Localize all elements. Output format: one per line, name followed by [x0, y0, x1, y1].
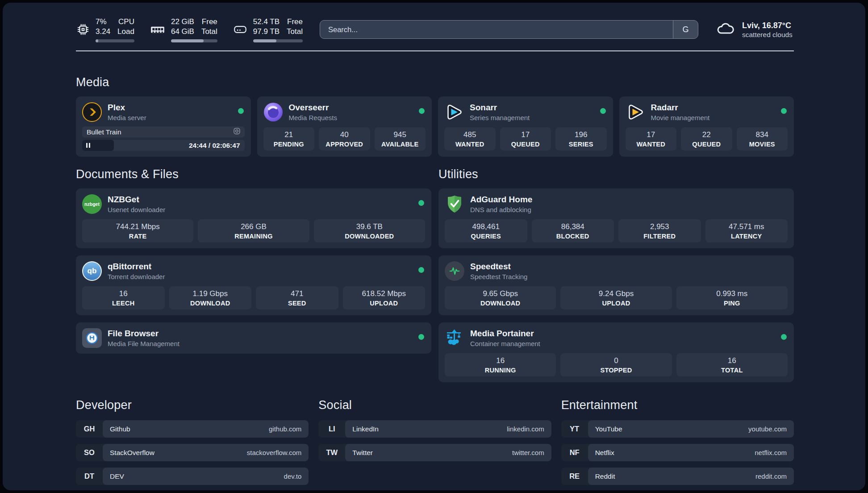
qbittorrent-logo: qb — [82, 261, 102, 281]
system-stats: 7% 3.24 CPU Load — [76, 17, 303, 42]
app-desc: Speedtest Tracking — [470, 273, 527, 280]
cloud-icon — [715, 20, 736, 39]
ram-total-value: 64 GiB — [171, 27, 194, 37]
cpu-usage-label: CPU — [117, 17, 134, 27]
bookmark-linkedin[interactable]: LI LinkedIn linkedin.com — [318, 420, 551, 438]
bookmark-twitter[interactable]: TW Twitter twitter.com — [318, 444, 551, 461]
section-title-entertainment: Entertainment — [561, 398, 794, 412]
bookmark-name: Twitter — [352, 449, 373, 457]
now-playing-title-row: Bullet Train — [82, 126, 245, 138]
bookmark-abbr: GH — [76, 420, 103, 438]
section-title-media: Media — [76, 75, 794, 89]
bookmark-url: stackoverflow.com — [247, 449, 302, 456]
app-desc: Media server — [108, 114, 146, 121]
stat-wanted: 485 WANTED — [444, 127, 496, 150]
bookmark-url: reddit.com — [755, 472, 787, 480]
app-name: Overseerr — [289, 103, 337, 113]
radarr-card[interactable]: Radarr Movie management 17 WANTED 22 QUE… — [619, 96, 794, 157]
stat-queued: 22 QUEUED — [681, 127, 732, 150]
bookmark-dev[interactable]: DT DEV dev.to — [76, 468, 309, 485]
entertainment-section: Entertainment YT YouTube youtube.com NF … — [561, 398, 794, 491]
bookmark-abbr: NF — [561, 444, 588, 461]
cpu-load-label: Load — [117, 27, 134, 37]
developer-section: Developer GH Github github.com SO StackO… — [76, 398, 309, 491]
bookmark-name: Netflix — [595, 449, 614, 457]
stat-queries: 498,461 QUERIES — [445, 219, 527, 242]
stat-download: 1.19 Gbps DOWNLOAD — [169, 286, 252, 309]
stat-upload: 618.52 Mbps UPLOAD — [343, 286, 426, 309]
ram-progress-bar — [171, 39, 217, 42]
stat-blocked: 86,384 BLOCKED — [532, 219, 614, 242]
app-name: Radarr — [651, 103, 710, 113]
qbittorrent-card[interactable]: qb qBittorrent Torrent downloader 16 LEE… — [76, 255, 431, 315]
status-dot — [238, 108, 244, 114]
app-name: Speedtest — [470, 262, 527, 272]
ram-total-label: Total — [201, 27, 217, 37]
bookmark-netflix[interactable]: NF Netflix netflix.com — [561, 444, 794, 461]
app-name: Media Portainer — [470, 329, 540, 338]
section-title-documents: Documents & Files — [76, 167, 431, 181]
status-dot — [781, 108, 787, 114]
bookmark-reddit[interactable]: RE Reddit reddit.com — [561, 468, 794, 485]
cpu-progress-bar — [96, 39, 134, 42]
utilities-column: Utilities AdGuard Home DNS and adblockin… — [438, 167, 794, 382]
filebrowser-card[interactable]: File Browser Media File Management — [76, 322, 431, 354]
stat-total: 16 TOTAL — [676, 353, 788, 376]
app-desc: Media Requests — [289, 114, 337, 121]
app-desc: Container management — [470, 340, 540, 347]
app-desc: DNS and adblocking — [470, 206, 532, 213]
sonarr-card[interactable]: Sonarr Series management 485 WANTED 17 Q… — [438, 96, 613, 157]
nzbget-card[interactable]: nzbget NZBGet Usenet downloader 744.21 M… — [76, 188, 431, 248]
weather-location-temp: Lviv, 16.87°C — [742, 20, 793, 31]
bookmark-abbr: DT — [76, 468, 103, 485]
stat-wanted: 17 WANTED — [626, 127, 677, 150]
cpu-usage-value: 7% — [96, 17, 110, 27]
sonarr-logo — [444, 102, 464, 122]
bookmark-abbr: RE — [561, 468, 588, 485]
ram-free-value: 22 GiB — [171, 17, 194, 27]
bookmark-github[interactable]: GH Github github.com — [76, 420, 309, 438]
app-name: AdGuard Home — [470, 195, 532, 205]
ram-icon — [150, 22, 166, 37]
search-input[interactable] — [320, 21, 673, 38]
bookmark-stackoverflow[interactable]: SO StackOverflow stackoverflow.com — [76, 444, 309, 461]
status-dot — [418, 200, 424, 206]
app-desc: Usenet downloader — [108, 206, 165, 213]
bookmark-name: DEV — [110, 472, 124, 480]
disk-stat: 52.4 TB 97.9 TB Free Total — [233, 17, 303, 42]
bookmark-abbr: TW — [318, 444, 345, 461]
overseerr-logo — [263, 102, 283, 122]
playback-time: 24:44 / 02:06:47 — [189, 142, 245, 150]
stat-download: 9.65 Gbps DOWNLOAD — [445, 286, 556, 309]
app-name: qBittorrent — [108, 262, 165, 272]
cpu-stat: 7% 3.24 CPU Load — [76, 17, 134, 42]
app-name: NZBGet — [108, 195, 165, 205]
disk-icon — [233, 22, 248, 37]
media-type-icon — [233, 127, 241, 137]
media-section: Media Plex Media server Bullet Train — [76, 75, 794, 157]
plex-card[interactable]: Plex Media server Bullet Train — [76, 96, 251, 157]
bookmark-name: Reddit — [595, 472, 615, 480]
stat-pending: 21 PENDING — [263, 127, 315, 150]
stat-running: 16 RUNNING — [445, 353, 556, 376]
cpu-icon — [76, 22, 90, 37]
bookmark-abbr: SO — [76, 444, 103, 461]
app-desc: Torrent downloader — [108, 273, 165, 280]
stat-upload: 9.24 Gbps UPLOAD — [560, 286, 672, 309]
search-engine-button[interactable]: G — [673, 21, 698, 38]
app-desc: Series management — [470, 114, 530, 121]
dashboard: 7% 3.24 CPU Load — [3, 3, 865, 490]
bookmark-youtube[interactable]: YT YouTube youtube.com — [561, 420, 794, 438]
portainer-card[interactable]: Media Portainer Container management 16 … — [438, 322, 794, 382]
adguard-logo — [445, 194, 464, 214]
bookmark-name: Github — [110, 425, 130, 433]
stat-filtered: 2,953 FILTERED — [618, 219, 701, 242]
status-dot — [600, 108, 606, 114]
adguard-card[interactable]: AdGuard Home DNS and adblocking 498,461 … — [438, 188, 794, 248]
stat-movies: 834 MOVIES — [737, 127, 788, 150]
overseerr-card[interactable]: Overseerr Media Requests 21 PENDING 40 A… — [257, 96, 432, 157]
documents-column: Documents & Files nzbget NZBGet Usenet d… — [76, 167, 431, 382]
speedtest-card[interactable]: Speedtest Speedtest Tracking 9.65 Gbps D… — [438, 255, 794, 315]
stat-downloaded: 39.6 TB DOWNLOADED — [314, 219, 425, 242]
radarr-logo — [626, 102, 645, 122]
